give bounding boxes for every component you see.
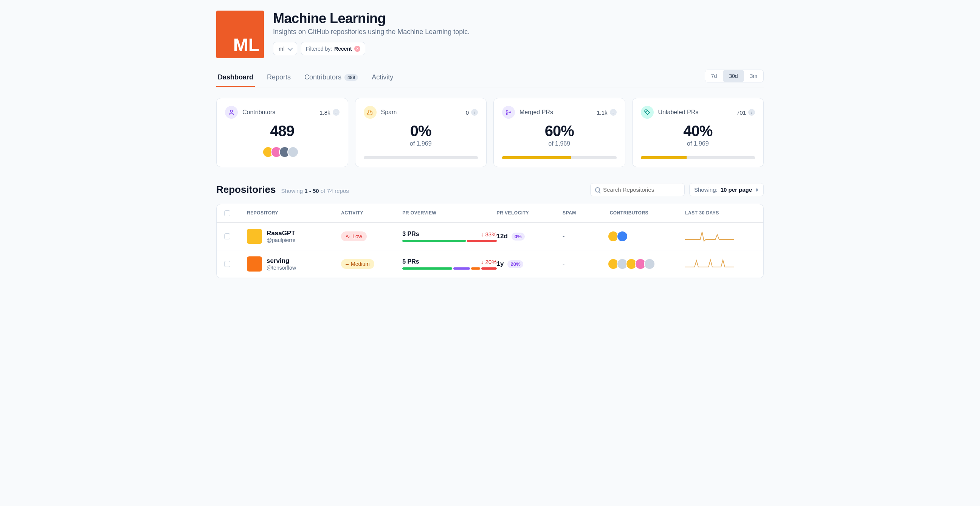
card-label: Contributors (242, 109, 275, 116)
page-title: Machine Learning (273, 11, 469, 27)
col-pr-velocity: PR VELOCITY (497, 210, 563, 216)
stat-card-unlabeled: Unlabeled PRs701↓40%of 1,969 (632, 98, 764, 167)
range-3m[interactable]: 3m (744, 70, 764, 82)
activity-badge: ∿ Low (341, 231, 367, 241)
contributors-icon (225, 106, 238, 119)
col-activity: ACTIVITY (341, 210, 402, 216)
pr-count: 5 PRs (402, 258, 419, 265)
repo-owner: @paulpierre (267, 237, 295, 243)
tab-activity[interactable]: Activity (370, 69, 395, 87)
range-7d[interactable]: 7d (705, 70, 723, 82)
tab-dashboard[interactable]: Dashboard (216, 69, 255, 87)
tab-contributors-label: Contributors (304, 73, 341, 81)
col-contributors: CONTRIBUTORS (610, 210, 685, 216)
avatar (287, 146, 299, 158)
sort-icon: ▲▼ (755, 188, 759, 192)
progress-bar (364, 156, 478, 159)
close-icon[interactable]: ✕ (354, 46, 360, 52)
card-value: 489 (225, 123, 339, 140)
pr-velocity: 1y20% (497, 260, 563, 268)
filter-label: Filtered by: (306, 46, 332, 52)
row-contributors (610, 258, 685, 270)
select-all-checkbox[interactable] (224, 210, 230, 216)
contributors-count-badge: 489 (344, 74, 358, 81)
card-trend: 0↑ (466, 109, 478, 116)
avatar (617, 231, 628, 242)
topic-dropdown-value: ml (278, 45, 285, 52)
velocity-pill: 0% (512, 232, 525, 240)
card-subtext: of 1,969 (502, 140, 617, 147)
pr-velocity: 12d0% (497, 232, 563, 240)
svg-point-2 (506, 113, 508, 115)
table-row[interactable]: RasaGPT@paulpierre∿ Low3 PRs↓ 33%12d0%- (216, 223, 764, 250)
repositories-showing: Showing 1 - 50 of 74 repos (281, 188, 349, 194)
page-subtitle: Insights on GitHub repositories using th… (273, 28, 469, 36)
pr-bar (402, 267, 496, 270)
trend-down-icon: ↓ (333, 109, 339, 116)
progress-bar (502, 156, 617, 159)
pr-bar (402, 240, 496, 242)
col-last-30-days: LAST 30 DAYS (685, 210, 756, 216)
velocity-pill: 20% (508, 260, 523, 268)
card-value: 0% (364, 123, 478, 140)
svg-point-3 (510, 112, 511, 113)
svg-point-1 (506, 110, 508, 111)
workspace-logo: ML (216, 11, 264, 58)
per-page-select[interactable]: Showing: 10 per page ▲▼ (689, 183, 764, 196)
col-pr-overview: PR OVERVIEW (402, 210, 496, 216)
card-subtext: of 1,969 (641, 140, 756, 147)
card-label: Merged PRs (520, 109, 553, 116)
stat-card-spam: Spam0↑0%of 1,969 (355, 98, 487, 167)
range-30d[interactable]: 30d (723, 70, 744, 82)
row-contributors (610, 231, 685, 242)
pr-count: 3 PRs (402, 231, 419, 237)
card-trend: 1.8k↓ (320, 109, 339, 116)
card-label: Unlabeled PRs (658, 109, 699, 116)
stat-card-contributors: Contributors1.8k↓489 (216, 98, 348, 167)
repo-name: RasaGPT (267, 229, 295, 237)
activity-icon: ∿ (345, 233, 350, 239)
search-input[interactable] (603, 186, 680, 193)
row-checkbox[interactable] (224, 233, 230, 239)
stat-card-merged: Merged PRs1.1k↓60%of 1,969 (493, 98, 625, 167)
repo-icon (247, 229, 262, 244)
trend-down-icon: ↓ (748, 109, 755, 116)
progress-bar (641, 156, 756, 159)
repositories-heading: Repositories (216, 184, 276, 196)
spam-value: - (563, 261, 610, 267)
spam-icon (364, 106, 377, 119)
repo-name: serving (267, 257, 296, 265)
date-range-toggle: 7d 30d 3m (705, 70, 764, 83)
tab-reports[interactable]: Reports (266, 69, 292, 87)
svg-point-4 (645, 111, 646, 111)
tab-contributors[interactable]: Contributors 489 (303, 69, 360, 87)
contributor-avatars (225, 146, 339, 158)
card-trend: 701↓ (737, 109, 755, 116)
pr-overview: 3 PRs↓ 33% (402, 231, 496, 242)
table-row[interactable]: serving@tensorflow– Medium5 PRs↓ 20%1y20… (216, 250, 764, 278)
card-trend: 1.1k↓ (597, 109, 616, 116)
pr-delta: ↓ 33% (481, 231, 497, 237)
repo-owner: @tensorflow (267, 265, 296, 271)
topic-dropdown[interactable]: ml (273, 42, 297, 55)
activity-badge: – Medium (341, 259, 374, 269)
trend-down-icon: ↓ (610, 109, 617, 116)
avatar (644, 258, 655, 270)
tabs: Dashboard Reports Contributors 489 Activ… (216, 69, 395, 87)
filter-pill[interactable]: Filtered by: Recent ✕ (301, 42, 365, 55)
trend-up-icon: ↑ (471, 109, 478, 116)
col-repository: REPOSITORY (247, 210, 341, 216)
merged-icon (502, 106, 515, 119)
activity-icon: – (345, 261, 348, 267)
filter-value: Recent (334, 46, 352, 52)
search-icon (595, 187, 600, 193)
card-value: 40% (641, 123, 756, 140)
unlabeled-icon (641, 106, 654, 119)
card-label: Spam (381, 109, 397, 116)
search-repositories[interactable] (590, 183, 685, 196)
spam-value: - (563, 233, 610, 240)
card-value: 60% (502, 123, 617, 140)
pr-delta: ↓ 20% (481, 259, 497, 265)
row-checkbox[interactable] (224, 261, 230, 267)
repo-icon (247, 256, 262, 272)
